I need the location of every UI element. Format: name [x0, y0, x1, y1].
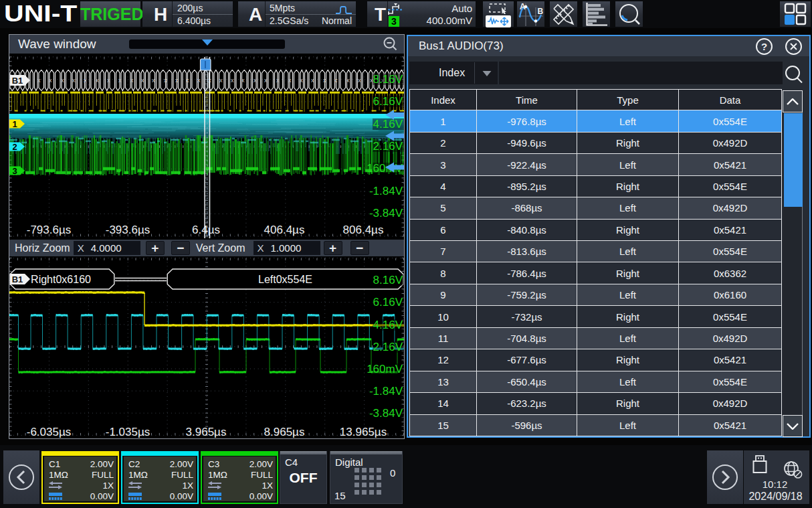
svg-text:x: x — [186, 77, 189, 84]
svg-text:-3.84V: -3.84V — [369, 207, 403, 220]
svg-text:6.16V: 6.16V — [373, 296, 403, 309]
svg-text:-1.84V: -1.84V — [369, 185, 403, 197]
svg-text:2: 2 — [12, 142, 17, 152]
svg-text:6.16V: 6.16V — [373, 95, 403, 108]
svg-text:1: 1 — [12, 119, 17, 129]
svg-text:A: A — [520, 2, 526, 11]
svg-text:x: x — [346, 77, 350, 84]
svg-text:-1.84V: -1.84V — [369, 385, 403, 398]
svg-text:-3.84V: -3.84V — [369, 407, 403, 420]
svg-text:3: 3 — [12, 166, 17, 176]
svg-text:3.965µs: 3.965µs — [186, 426, 227, 438]
svg-text:x: x — [49, 77, 52, 84]
svg-text:13.965µs: 13.965µs — [340, 426, 387, 438]
svg-text:x: x — [334, 77, 338, 84]
svg-text:x: x — [358, 77, 361, 84]
svg-text:x: x — [311, 77, 314, 84]
svg-text:160mV: 160mV — [367, 363, 403, 375]
svg-text:x: x — [72, 77, 76, 84]
svg-text:x: x — [152, 77, 155, 84]
svg-text:x: x — [231, 77, 234, 84]
svg-text:Left0x554E: Left0x554E — [258, 274, 312, 285]
svg-text:B1: B1 — [12, 274, 23, 284]
svg-text:x: x — [84, 77, 87, 84]
svg-text:Right0x6160: Right0x6160 — [31, 274, 91, 285]
svg-text:x: x — [37, 77, 41, 84]
svg-text:8.16V: 8.16V — [373, 73, 403, 86]
svg-text:x: x — [323, 77, 326, 84]
svg-text:-1.035µs: -1.035µs — [106, 426, 150, 438]
svg-text:x: x — [300, 77, 303, 84]
svg-text:x: x — [130, 77, 134, 84]
svg-text:8.965µs: 8.965µs — [264, 426, 305, 438]
svg-text:x: x — [288, 77, 292, 84]
svg-text:x: x — [164, 77, 167, 84]
svg-text:x: x — [107, 77, 110, 84]
svg-text:x: x — [141, 77, 144, 84]
svg-text:x: x — [96, 77, 99, 84]
svg-text:4.16V: 4.16V — [373, 319, 403, 331]
svg-text:-393.6µs: -393.6µs — [106, 224, 150, 236]
svg-text:x: x — [264, 77, 268, 84]
svg-text:?: ? — [761, 41, 767, 52]
svg-text:x: x — [118, 77, 122, 84]
svg-text:x: x — [253, 77, 257, 84]
svg-text:x: x — [219, 77, 223, 84]
svg-text:806.4µs: 806.4µs — [343, 224, 384, 236]
svg-text:406.4µs: 406.4µs — [264, 224, 305, 236]
svg-text:x: x — [175, 77, 179, 84]
svg-text:2.16V: 2.16V — [373, 140, 403, 153]
svg-text:-793.6µs: -793.6µs — [27, 224, 72, 236]
svg-text:6.4µs: 6.4µs — [192, 224, 220, 236]
svg-text:x: x — [61, 77, 64, 84]
svg-text:x: x — [276, 77, 280, 84]
svg-text:4.16V: 4.16V — [373, 118, 403, 131]
svg-text:B1: B1 — [12, 76, 23, 86]
svg-text:x: x — [197, 77, 201, 84]
svg-text:2.16V: 2.16V — [373, 341, 403, 353]
svg-text:x: x — [241, 77, 245, 84]
svg-text:-6.035µs: -6.035µs — [27, 426, 72, 438]
svg-text:B: B — [538, 7, 544, 16]
svg-text:8.16V: 8.16V — [373, 274, 403, 286]
